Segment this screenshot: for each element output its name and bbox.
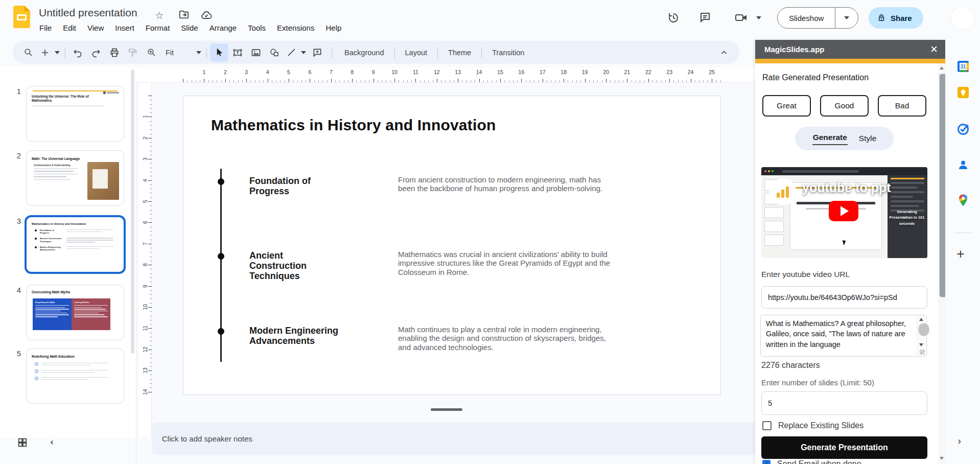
account-avatar[interactable]	[951, 7, 974, 30]
speaker-notes[interactable]: Click to add speaker notes	[152, 423, 762, 455]
insert-comment-icon[interactable]	[308, 43, 326, 62]
scrollbar-down-arrow[interactable]	[940, 457, 944, 460]
slide-thumbnail-5[interactable]: Redefining Math Education 1 2 3	[26, 348, 124, 404]
magicslides-header: MagicSlides.app ✕	[755, 40, 945, 59]
insert-line-icon[interactable]	[284, 43, 299, 62]
send-email-checkbox[interactable]: ✓	[762, 460, 771, 464]
print-icon[interactable]	[105, 43, 124, 62]
canvas-scroll-indicator[interactable]	[431, 408, 462, 411]
timeline-desc-3[interactable]: Math continues to play a central role in…	[398, 325, 618, 352]
menu-arrange[interactable]: Arrange	[204, 21, 242, 34]
contacts-icon[interactable]	[956, 158, 970, 172]
zoom-fit-caret[interactable]	[194, 43, 203, 62]
send-email-row[interactable]: ✓ Send Email when done	[762, 459, 861, 464]
ruler-vertical-ticks	[148, 96, 152, 395]
slideshow-button[interactable]: Slideshow	[777, 7, 858, 29]
comments-icon[interactable]	[699, 11, 711, 24]
youtube-url-input[interactable]	[761, 286, 927, 309]
zoom-icon[interactable]	[142, 43, 160, 62]
rate-great-button[interactable]: Great	[762, 95, 811, 117]
calendar-icon[interactable]: 31	[956, 60, 970, 73]
menu-format[interactable]: Format	[140, 21, 176, 34]
slide-thumbnail-4[interactable]: Overcoming Math Myths Dispelling the Myt…	[26, 285, 124, 340]
slide-3-number: 3	[13, 217, 25, 225]
timeline-desc-2[interactable]: Mathematics was crucial in ancient civil…	[398, 250, 618, 276]
insert-image-icon[interactable]	[247, 43, 265, 62]
youtube-play-button[interactable]	[829, 201, 858, 221]
collapse-side-panel-icon[interactable]: ›	[958, 435, 962, 447]
add-addon-icon[interactable]: +	[956, 246, 965, 262]
slideshow-dropdown[interactable]	[835, 16, 858, 19]
slide-2-number: 2	[13, 151, 25, 160]
text-box-icon[interactable]	[228, 43, 247, 62]
share-button[interactable]: Share	[869, 7, 923, 29]
select-tool-icon[interactable]	[210, 43, 228, 62]
star-icon[interactable]: ☆	[153, 9, 166, 21]
timeline-desc-1[interactable]: From ancient construction to modern engi…	[398, 175, 618, 193]
collapse-toolbar-icon[interactable]	[715, 43, 733, 62]
transcript-textarea[interactable]: What is Mathematics? A great philosopher…	[760, 315, 927, 357]
rate-good-button[interactable]: Good	[820, 95, 869, 117]
slide-thumbnail-3-selected[interactable]: Mathematics in History and Innovation Fo…	[25, 215, 126, 274]
thumb4-right-box: Linking Beliefs	[72, 298, 110, 330]
background-button[interactable]: Background	[337, 44, 391, 61]
scrollbar-up-arrow[interactable]	[940, 66, 944, 69]
tab-generate[interactable]: Generate	[812, 132, 848, 145]
tab-style[interactable]: Style	[859, 134, 876, 143]
generate-presentation-button[interactable]: Generate Presentation	[761, 436, 927, 459]
timeline-heading-1[interactable]: Foundation of Progress	[249, 176, 339, 196]
document-title[interactable]: Untitled presentation	[39, 7, 137, 19]
redo-icon[interactable]	[87, 43, 105, 62]
menu-slide[interactable]: Slide	[175, 21, 203, 34]
slides-logo[interactable]	[13, 6, 30, 28]
menu-help[interactable]: Help	[320, 21, 347, 34]
replace-slides-checkbox[interactable]	[762, 421, 772, 430]
new-slide-icon[interactable]	[37, 43, 53, 62]
video-channel-logo	[769, 178, 796, 205]
maps-icon[interactable]	[956, 194, 970, 207]
slide-thumbnail-2[interactable]: Math: The Universal Language Communicati…	[26, 150, 124, 206]
share-label: Share	[891, 14, 912, 22]
new-slide-caret[interactable]	[53, 43, 62, 62]
menu-edit[interactable]: Edit	[57, 21, 82, 34]
slideshow-label: Slideshow	[778, 14, 835, 22]
layout-button[interactable]: Layout	[398, 44, 435, 61]
transition-button[interactable]: Transition	[485, 44, 531, 61]
menu-file[interactable]: File	[34, 21, 57, 34]
insert-shape-icon[interactable]	[265, 43, 284, 62]
zoom-fit-label[interactable]: Fit	[160, 49, 176, 57]
rate-bad-button[interactable]: Bad	[878, 95, 926, 117]
insert-line-caret[interactable]	[299, 43, 308, 62]
move-folder-icon[interactable]	[178, 9, 190, 21]
slide-title-text[interactable]: Mathematics in History and Innovation	[211, 117, 599, 134]
slide-thumbnail-1[interactable]: Unlocking the Universe: The Role of Math…	[26, 86, 124, 142]
menu-tools[interactable]: Tools	[242, 21, 271, 34]
timeline-heading-3[interactable]: Modern Engineering Advancements	[249, 326, 339, 346]
meet-dropdown-caret[interactable]	[756, 16, 761, 19]
menu-view[interactable]: View	[82, 21, 109, 34]
keep-icon[interactable]	[956, 86, 970, 99]
youtube-video-embed[interactable]: youtube to ppt Generating Presentation i…	[761, 167, 927, 258]
tasks-icon[interactable]	[956, 123, 970, 136]
undo-icon[interactable]	[68, 43, 87, 62]
replace-slides-row[interactable]: Replace Existing Slides	[762, 421, 864, 430]
theme-button[interactable]: Theme	[441, 44, 478, 61]
panel-scrollbar[interactable]	[938, 63, 945, 464]
cloud-status-icon[interactable]	[200, 9, 213, 21]
textarea-resize-handle[interactable]	[920, 350, 925, 355]
timeline-heading-2[interactable]: Ancient Construction Techniques	[249, 250, 339, 281]
grid-view-icon[interactable]	[17, 437, 28, 450]
close-panel-icon[interactable]: ✕	[930, 44, 938, 54]
magicslides-mini-logo	[103, 91, 119, 94]
menu-extensions[interactable]: Extensions	[271, 21, 320, 34]
slides-count-input[interactable]	[761, 391, 927, 415]
collapse-filmstrip-icon[interactable]: ‹	[50, 437, 54, 447]
thumb3-title: Mathematics in History and Innovation	[32, 222, 113, 226]
search-menus-icon[interactable]	[19, 43, 37, 62]
filmstrip-scrollbar[interactable]	[131, 69, 134, 354]
menu-insert[interactable]: Insert	[109, 21, 140, 34]
thumb2-bullets	[34, 168, 78, 180]
version-history-icon[interactable]	[667, 11, 680, 24]
meet-camera-icon[interactable]	[735, 11, 747, 24]
logo-fold-icon	[25, 6, 30, 11]
